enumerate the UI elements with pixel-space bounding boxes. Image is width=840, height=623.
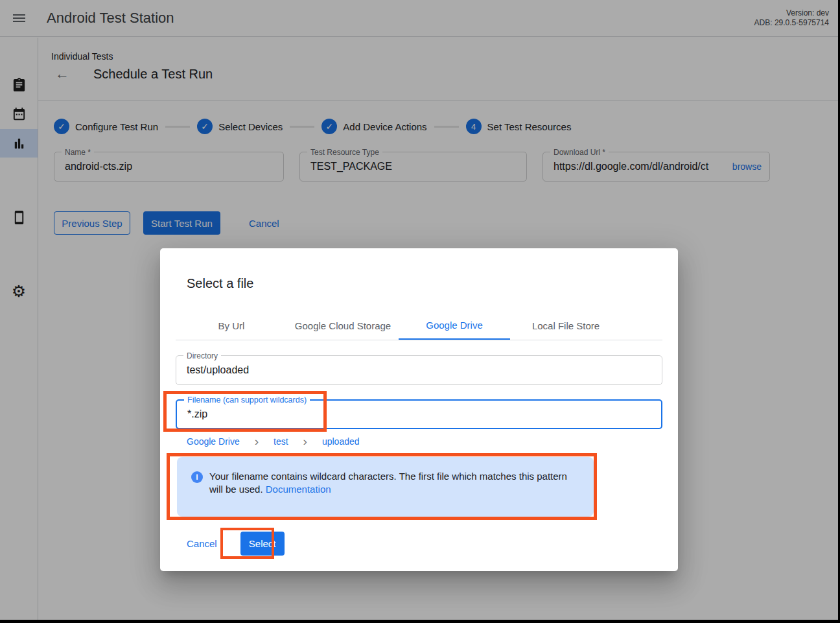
directory-field[interactable]: Directory test/uploaded	[176, 355, 662, 385]
dialog-actions: Cancel Select	[187, 532, 662, 556]
dialog-select-button[interactable]: Select	[240, 532, 285, 556]
file-source-tabs: By Url Google Cloud Storage Google Drive…	[176, 312, 662, 340]
screenshot-frame: Android Test Station Version: dev ADB: 2…	[0, 0, 840, 623]
chevron-right-icon: ›	[255, 437, 259, 446]
breadcrumb-test[interactable]: test	[274, 436, 288, 447]
breadcrumb-uploaded[interactable]: uploaded	[322, 436, 360, 447]
directory-field-label: Directory	[183, 351, 221, 360]
dialog-title: Select a file	[187, 274, 662, 292]
tab-local-file-store[interactable]: Local File Store	[510, 312, 622, 340]
tab-google-drive[interactable]: Google Drive	[399, 312, 510, 340]
directory-field-value[interactable]: test/uploaded	[176, 356, 662, 384]
chevron-right-icon: ›	[303, 437, 307, 446]
select-file-dialog: Select a file By Url Google Cloud Storag…	[160, 248, 678, 571]
banner-text: Your filename contains wildcard characte…	[209, 470, 571, 517]
wildcard-info-banner: i Your filename contains wildcard charac…	[177, 457, 594, 517]
drive-breadcrumb: Google Drive › test › uploaded	[176, 436, 662, 447]
documentation-link[interactable]: Documentation	[266, 484, 331, 495]
tab-by-url[interactable]: By Url	[176, 312, 287, 340]
app-window: Android Test Station Version: dev ADB: 2…	[0, 0, 838, 620]
dialog-cancel-button[interactable]: Cancel	[187, 538, 217, 549]
breadcrumb-google-drive[interactable]: Google Drive	[187, 436, 240, 447]
filename-field-label: Filename (can support wildcards)	[184, 395, 310, 405]
info-icon: i	[191, 471, 203, 483]
filename-field-value[interactable]: *.zip	[177, 401, 661, 428]
filename-field[interactable]: Filename (can support wildcards) *.zip	[176, 399, 662, 429]
tab-google-cloud-storage[interactable]: Google Cloud Storage	[287, 312, 399, 340]
